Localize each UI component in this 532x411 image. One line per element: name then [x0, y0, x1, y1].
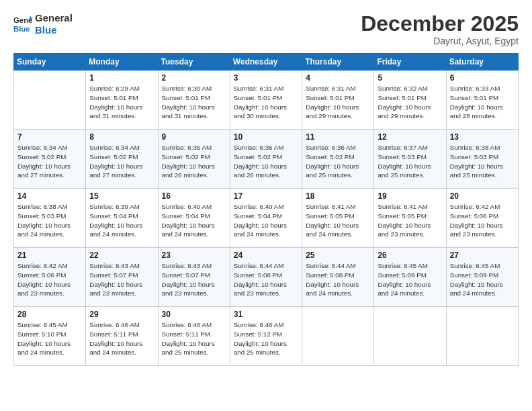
- day-number: 4: [306, 73, 370, 83]
- title-block: December 2025 Dayrut, Asyut, Egypt: [361, 12, 519, 46]
- day-number: 28: [17, 310, 82, 319]
- day-number: 13: [450, 132, 515, 142]
- day-info: Sunrise: 6:41 AMSunset: 5:05 PMDaylight:…: [378, 202, 442, 239]
- calendar-cell: 14Sunrise: 6:38 AMSunset: 5:03 PMDayligh…: [14, 189, 86, 248]
- calendar-cell: 16Sunrise: 6:40 AMSunset: 5:04 PMDayligh…: [158, 189, 230, 248]
- day-info: Sunrise: 6:38 AMSunset: 5:03 PMDaylight:…: [450, 143, 515, 180]
- day-info: Sunrise: 6:36 AMSunset: 5:02 PMDaylight:…: [234, 143, 298, 180]
- day-info: Sunrise: 6:34 AMSunset: 5:02 PMDaylight:…: [17, 143, 82, 180]
- day-number: 19: [378, 191, 442, 201]
- calendar-cell: 19Sunrise: 6:41 AMSunset: 5:05 PMDayligh…: [374, 189, 446, 248]
- day-number: 9: [162, 132, 226, 142]
- header-thursday: Thursday: [302, 54, 374, 71]
- day-info: Sunrise: 6:42 AMSunset: 5:06 PMDaylight:…: [17, 261, 82, 298]
- logo-line2: Blue: [35, 24, 73, 36]
- day-info: Sunrise: 6:34 AMSunset: 5:02 PMDaylight:…: [89, 143, 154, 180]
- day-number: 10: [234, 132, 298, 142]
- day-info: Sunrise: 6:29 AMSunset: 5:01 PMDaylight:…: [89, 84, 154, 121]
- day-number: 22: [89, 250, 154, 260]
- day-info: Sunrise: 6:40 AMSunset: 5:04 PMDaylight:…: [162, 202, 226, 239]
- day-number: 12: [378, 132, 442, 142]
- calendar-cell: [14, 71, 86, 130]
- week-row-1: 1Sunrise: 6:29 AMSunset: 5:01 PMDaylight…: [14, 71, 519, 130]
- header-friday: Friday: [374, 54, 446, 71]
- calendar-table: Sunday Monday Tuesday Wednesday Thursday…: [13, 53, 519, 366]
- calendar-cell: [446, 307, 518, 366]
- day-info: Sunrise: 6:37 AMSunset: 5:03 PMDaylight:…: [378, 143, 442, 180]
- day-info: Sunrise: 6:39 AMSunset: 5:04 PMDaylight:…: [89, 202, 154, 239]
- day-number: 29: [89, 310, 154, 319]
- calendar-cell: 29Sunrise: 6:46 AMSunset: 5:11 PMDayligh…: [86, 307, 158, 366]
- logo-line1: General: [35, 12, 73, 24]
- day-info: Sunrise: 6:44 AMSunset: 5:08 PMDaylight:…: [234, 261, 298, 298]
- header-monday: Monday: [86, 54, 158, 71]
- svg-text:General: General: [13, 16, 32, 24]
- calendar-cell: 10Sunrise: 6:36 AMSunset: 5:02 PMDayligh…: [230, 130, 302, 189]
- calendar-cell: 26Sunrise: 6:45 AMSunset: 5:09 PMDayligh…: [374, 248, 446, 307]
- day-number: 23: [162, 250, 226, 260]
- day-number: 1: [89, 73, 154, 83]
- header-tuesday: Tuesday: [158, 54, 230, 71]
- calendar-cell: 22Sunrise: 6:43 AMSunset: 5:07 PMDayligh…: [86, 248, 158, 307]
- day-number: 6: [450, 73, 515, 83]
- calendar-cell: 8Sunrise: 6:34 AMSunset: 5:02 PMDaylight…: [86, 130, 158, 189]
- day-number: 20: [450, 191, 515, 201]
- calendar-cell: 9Sunrise: 6:35 AMSunset: 5:02 PMDaylight…: [158, 130, 230, 189]
- calendar-cell: 24Sunrise: 6:44 AMSunset: 5:08 PMDayligh…: [230, 248, 302, 307]
- day-info: Sunrise: 6:40 AMSunset: 5:04 PMDaylight:…: [234, 202, 298, 239]
- calendar-cell: 5Sunrise: 6:32 AMSunset: 5:01 PMDaylight…: [374, 71, 446, 130]
- svg-text:Blue: Blue: [13, 25, 30, 33]
- day-number: 27: [450, 250, 515, 260]
- day-number: 7: [17, 132, 82, 142]
- calendar-cell: 12Sunrise: 6:37 AMSunset: 5:03 PMDayligh…: [374, 130, 446, 189]
- day-number: 25: [306, 250, 370, 260]
- day-info: Sunrise: 6:46 AMSunset: 5:11 PMDaylight:…: [162, 320, 226, 357]
- header-saturday: Saturday: [446, 54, 518, 71]
- day-number: 17: [234, 191, 298, 201]
- logo-icon: General Blue: [13, 15, 32, 34]
- day-info: Sunrise: 6:38 AMSunset: 5:03 PMDaylight:…: [17, 202, 82, 239]
- calendar-cell: [374, 307, 446, 366]
- day-number: 31: [234, 310, 298, 319]
- calendar-cell: [302, 307, 374, 366]
- day-number: 26: [378, 250, 442, 260]
- day-info: Sunrise: 6:44 AMSunset: 5:08 PMDaylight:…: [306, 261, 370, 298]
- calendar-cell: 30Sunrise: 6:46 AMSunset: 5:11 PMDayligh…: [158, 307, 230, 366]
- day-info: Sunrise: 6:45 AMSunset: 5:09 PMDaylight:…: [450, 261, 515, 298]
- calendar-cell: 28Sunrise: 6:45 AMSunset: 5:10 PMDayligh…: [14, 307, 86, 366]
- calendar-cell: 17Sunrise: 6:40 AMSunset: 5:04 PMDayligh…: [230, 189, 302, 248]
- header-wednesday: Wednesday: [230, 54, 302, 71]
- day-info: Sunrise: 6:35 AMSunset: 5:02 PMDaylight:…: [162, 143, 226, 180]
- calendar-cell: 7Sunrise: 6:34 AMSunset: 5:02 PMDaylight…: [14, 130, 86, 189]
- week-row-4: 21Sunrise: 6:42 AMSunset: 5:06 PMDayligh…: [14, 248, 519, 307]
- calendar-cell: 23Sunrise: 6:43 AMSunset: 5:07 PMDayligh…: [158, 248, 230, 307]
- calendar-cell: 20Sunrise: 6:42 AMSunset: 5:06 PMDayligh…: [446, 189, 518, 248]
- day-info: Sunrise: 6:41 AMSunset: 5:05 PMDaylight:…: [306, 202, 370, 239]
- day-info: Sunrise: 6:32 AMSunset: 5:01 PMDaylight:…: [378, 84, 442, 121]
- calendar-cell: 4Sunrise: 6:31 AMSunset: 5:01 PMDaylight…: [302, 71, 374, 130]
- week-row-2: 7Sunrise: 6:34 AMSunset: 5:02 PMDaylight…: [14, 130, 519, 189]
- day-number: 2: [162, 73, 226, 83]
- page: General Blue General Blue December 2025 …: [0, 0, 532, 411]
- day-number: 14: [17, 191, 82, 201]
- header-sunday: Sunday: [14, 54, 86, 71]
- day-number: 16: [162, 191, 226, 201]
- day-info: Sunrise: 6:45 AMSunset: 5:09 PMDaylight:…: [378, 261, 442, 298]
- day-info: Sunrise: 6:31 AMSunset: 5:01 PMDaylight:…: [306, 84, 370, 121]
- day-info: Sunrise: 6:30 AMSunset: 5:01 PMDaylight:…: [162, 84, 226, 121]
- day-number: 30: [162, 310, 226, 319]
- day-number: 24: [234, 250, 298, 260]
- day-info: Sunrise: 6:43 AMSunset: 5:07 PMDaylight:…: [89, 261, 154, 298]
- day-number: 18: [306, 191, 370, 201]
- calendar-cell: 13Sunrise: 6:38 AMSunset: 5:03 PMDayligh…: [446, 130, 518, 189]
- header: General Blue General Blue December 2025 …: [13, 12, 519, 46]
- month-title: December 2025: [361, 12, 519, 36]
- day-info: Sunrise: 6:33 AMSunset: 5:01 PMDaylight:…: [450, 84, 515, 121]
- location-subtitle: Dayrut, Asyut, Egypt: [361, 36, 519, 46]
- week-row-5: 28Sunrise: 6:45 AMSunset: 5:10 PMDayligh…: [14, 307, 519, 366]
- day-number: 5: [378, 73, 442, 83]
- calendar-cell: 1Sunrise: 6:29 AMSunset: 5:01 PMDaylight…: [86, 71, 158, 130]
- day-info: Sunrise: 6:42 AMSunset: 5:06 PMDaylight:…: [450, 202, 515, 239]
- day-info: Sunrise: 6:31 AMSunset: 5:01 PMDaylight:…: [234, 84, 298, 121]
- day-number: 21: [17, 250, 82, 260]
